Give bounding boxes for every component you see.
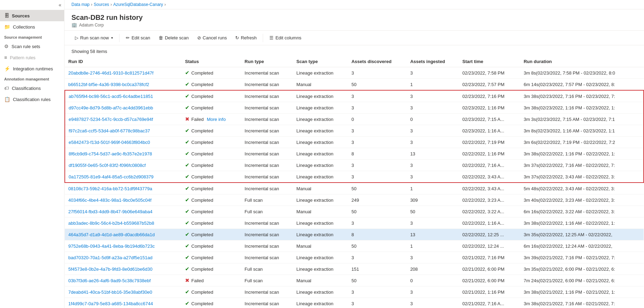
run-id-link[interactable]: e5842473-f13d-501f-969f-04663f804bc0 <box>69 140 150 145</box>
toolbar-sep-1 <box>119 34 120 42</box>
delete-scan-icon: 🗑 <box>159 35 163 40</box>
table-row[interactable]: e5842473-f13d-501f-969f-04663f804bc0✔Com… <box>65 137 644 148</box>
table-row[interactable]: abb3adec-8b9c-56c4-b2b4-b559687b52b8✔Com… <box>65 217 644 229</box>
status-text: Completed <box>191 290 213 295</box>
run-id-link[interactable]: ab765f94-bc98-56c1-acd5-6c4adbe11851 <box>69 94 153 99</box>
assets-discovered-cell: 50 <box>348 206 407 217</box>
sidebar-item-classification-rules-label: Classification rules <box>13 97 51 102</box>
run-type-cell: Incremental scan <box>241 79 293 91</box>
run-id-link[interactable]: 08108c73-59b2-416a-bb72-51df9f43779a <box>68 186 152 191</box>
edit-scan-button[interactable]: ✏ Edit scan <box>122 33 153 42</box>
run-id-link[interactable]: 1f4d99c7-0a79-5e83-a685-134ba8cc6744 <box>68 301 153 306</box>
table-row[interactable]: b66512bf-bf5e-4a36-9398-bc0ca378fcf2✔Com… <box>65 79 644 91</box>
run-type-cell: Incremental scan <box>241 240 293 252</box>
col-run-type[interactable]: Run type <box>241 56 293 67</box>
col-assets-ingested[interactable]: Assets ingested <box>407 56 459 67</box>
sidebar-item-classifications-label: Classifications <box>12 86 41 91</box>
sidebar-item-scan-rule-sets[interactable]: ⚙ Scan rule sets <box>0 41 64 52</box>
table-row[interactable]: 7deabd41-40ca-51bf-bb16-35e38abf30e0✔Com… <box>65 286 644 298</box>
breadcrumb-data-map[interactable]: Data map <box>71 2 90 7</box>
sidebar-item-sources[interactable]: 🗄 Sources <box>0 10 64 21</box>
edit-columns-button[interactable]: ☰ Edit columns <box>266 33 305 42</box>
table-row[interactable]: 03b7f3d6-ae26-4af6-9ad9-5c38c7938ebf✖Fai… <box>65 275 644 286</box>
run-scan-now-button[interactable]: ▷ Run scan now <box>71 33 116 42</box>
scan-type-cell: Lineage extraction <box>293 263 348 275</box>
table-row[interactable]: ab765f94-bc98-56c1-acd5-6c4adbe11851✔Com… <box>65 90 644 102</box>
assets-ingested-cell: 3 <box>407 137 459 148</box>
scan-type-cell: Lineage extraction <box>293 160 348 171</box>
table-row[interactable]: bad70320-70a1-5d9f-a23a-a27df5e151ad✔Com… <box>65 252 644 263</box>
edit-columns-icon: ☰ <box>269 35 274 40</box>
run-id-link[interactable]: f97c2ca6-ccf5-53d4-ab0f-6778c98bac37 <box>69 128 150 133</box>
run-id-link[interactable]: 8f6cb9d9-c754-5d37-ae9c-fb357e2e1978 <box>69 151 152 156</box>
start-time-cell: 02/22/2022, 1:16 PM <box>459 148 520 160</box>
table-row[interactable]: 08108c73-59b2-416a-bb72-51df9f43779a✔Com… <box>65 183 644 194</box>
table-row[interactable]: 1f4d99c7-0a79-5e83-a685-134ba8cc6744✔Com… <box>65 298 644 308</box>
start-time-cell: 02/21/2022, 7:16 PM <box>459 252 520 263</box>
collapse-icon[interactable]: « <box>59 2 61 8</box>
sidebar-collapse-btn[interactable]: « <box>0 0 64 10</box>
refresh-button[interactable]: ↻ Refresh <box>232 33 260 42</box>
sidebar: « 🗄 Sources 📁 Collections Source managem… <box>0 0 64 308</box>
table-row[interactable]: e9487827-5234-547c-9ccb-d57ca769e94f✖Fai… <box>65 114 644 125</box>
col-assets-discovered[interactable]: Assets discovered <box>348 56 407 67</box>
run-id-link[interactable]: df19055f-0e65-5c0f-83f2-f096fc0808cf <box>69 163 146 168</box>
cancel-runs-label: Cancel runs <box>203 35 227 40</box>
run-id-link[interactable]: 03b7f3d6-ae26-4af6-9ad9-5c38c7938ebf <box>68 278 151 283</box>
assets-discovered-cell: 50 <box>348 240 407 252</box>
col-run-id[interactable]: Run ID <box>65 56 182 67</box>
run-id-link[interactable]: 4034f66c-4be4-483c-98a1-9bc0e505c04f <box>68 198 152 203</box>
table-row[interactable]: 9752e68b-0943-4a41-8eba-9b194d6b723c✔Com… <box>65 240 644 252</box>
table-row[interactable]: 464a35d7-d1a9-4d1d-ae89-d0acdb66da1d✔Com… <box>65 229 644 240</box>
table-row[interactable]: df19055f-0e65-5c0f-83f2-f096fc0808cf✔Com… <box>65 160 644 171</box>
more-info-link[interactable]: More info <box>207 117 225 122</box>
scan-rule-sets-icon: ⚙ <box>4 44 9 49</box>
page-header: Scan-DB2 run history 🏢 Adatum Corp <box>64 9 644 31</box>
assets-ingested-cell: 1 <box>407 240 459 252</box>
table-row[interactable]: 20abdb8e-2746-46d1-9310-8c812571d47f✔Com… <box>65 67 644 79</box>
col-run-duration[interactable]: Run duration <box>520 56 644 67</box>
completed-icon: ✔ <box>185 128 190 134</box>
run-id-link[interactable]: abb3adec-8b9c-56c4-b2b4-b559687b52b8 <box>68 221 154 226</box>
sidebar-item-classifications[interactable]: 🏷 Classifications <box>0 83 64 94</box>
run-id-link[interactable]: 5f4573e8-0b2e-4a7b-9fd3-8e0d61be6d30 <box>68 267 152 272</box>
breadcrumb-azure-sql[interactable]: AzureSqlDatabase-Canary <box>113 2 163 7</box>
completed-icon: ✔ <box>185 185 190 192</box>
page-title: Scan-DB2 run history <box>71 14 637 22</box>
table-row[interactable]: f97c2ca6-ccf5-53d4-ab0f-6778c98bac37✔Com… <box>65 125 644 137</box>
col-scan-type[interactable]: Scan type <box>293 56 348 67</box>
run-duration-cell: 3m 38s(02/21/2022, 1:16 PM - 02/21/2022,… <box>520 286 644 298</box>
run-duration-cell: 3m 38s(02/22/2022, 1:16 PM - 02/22/2022,… <box>520 148 644 160</box>
table-row[interactable]: 5f4573e8-0b2e-4a7b-9fd3-8e0d61be6d30✔Com… <box>65 263 644 275</box>
breadcrumb-sources[interactable]: Sources <box>94 2 109 7</box>
run-duration-cell: 3m 38s(02/22/2022, 1:16 AM - 02/22/2022,… <box>520 217 644 229</box>
assets-ingested-cell: 3 <box>407 160 459 171</box>
table-row[interactable]: d97cc49e-8d79-5d8b-af7c-ac4dd3961ebb✔Com… <box>65 102 644 114</box>
cancel-runs-button[interactable]: ⊘ Cancel runs <box>194 33 230 42</box>
run-id-link[interactable]: bad70320-70a1-5d9f-a23a-a27df5e151ad <box>68 255 152 260</box>
table-row[interactable]: 4034f66c-4be4-483c-98a1-9bc0e505c04f✔Com… <box>65 194 644 206</box>
col-start-time[interactable]: Start time <box>459 56 520 67</box>
run-type-cell: Incremental scan <box>241 102 293 114</box>
table-row[interactable]: 8f6cb9d9-c754-5d37-ae9c-fb357e2e1978✔Com… <box>65 148 644 160</box>
sidebar-item-integration-runtimes[interactable]: ⚡ Integration runtimes <box>0 63 64 74</box>
run-id-link[interactable]: 9752e68b-0943-4a41-8eba-9b194d6b723c <box>68 244 155 249</box>
run-id-link[interactable]: 27f56014-fbd3-4dd9-8b47-9b06e649aba4 <box>68 209 152 214</box>
run-duration-cell: 3m 38s(02/21/2022, 7:16 AM - 02/21/2022,… <box>520 298 644 308</box>
run-id-link[interactable]: 20abdb8e-2746-46d1-9310-8c812571d47f <box>68 70 153 76</box>
scan-type-cell: Lineage extraction <box>293 137 348 148</box>
run-id-link[interactable]: 464a35d7-d1a9-4d1d-ae89-d0acdb66da1d <box>68 232 155 237</box>
run-id-link[interactable]: 0a172505-81e9-4af4-85a5-cc6b2d908379 <box>69 174 154 179</box>
table-row[interactable]: 27f56014-fbd3-4dd9-8b47-9b06e649aba4✔Com… <box>65 206 644 217</box>
table-row[interactable]: 0a172505-81e9-4af4-85a5-cc6b2d908379✔Com… <box>65 171 644 183</box>
start-time-cell: 02/22/2022, 12:24 ... <box>459 240 520 252</box>
sidebar-item-collections[interactable]: 📁 Collections <box>0 21 64 32</box>
run-duration-cell: 3m 6s(02/22/2022, 7:19 PM - 02/22/2022, … <box>520 137 644 148</box>
run-id-link[interactable]: e9487827-5234-547c-9ccb-d57ca769e94f <box>69 117 153 122</box>
run-id-link[interactable]: 7deabd41-40ca-51bf-bb16-35e38abf30e0 <box>68 290 152 295</box>
run-id-link[interactable]: b66512bf-bf5e-4a36-9398-bc0ca378fcf2 <box>68 82 149 87</box>
delete-scan-button[interactable]: 🗑 Delete scan <box>155 33 192 42</box>
sidebar-item-classification-rules[interactable]: 📋 Classification rules <box>0 94 64 105</box>
run-id-link[interactable]: d97cc49e-8d79-5d8b-af7c-ac4dd3961ebb <box>69 105 153 110</box>
col-status[interactable]: Status <box>182 56 241 67</box>
